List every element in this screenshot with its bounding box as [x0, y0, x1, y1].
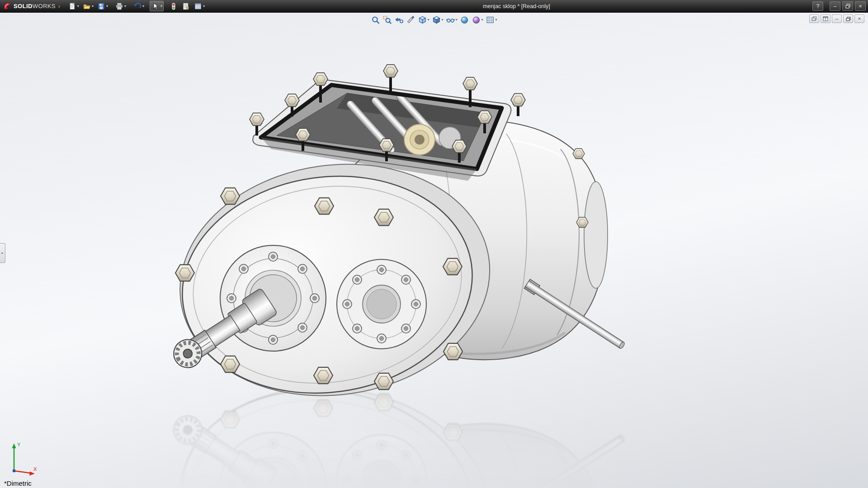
- restore-document-button[interactable]: [843, 14, 853, 23]
- gearbox-assembly-model[interactable]: [163, 65, 627, 415]
- panel-expand-arrow-icon: ▸: [2, 251, 4, 255]
- titlebar: SOLIDWORKS › ▾ ▾: [0, 0, 868, 13]
- featuremanager-collapsed-tab[interactable]: ▸: [0, 243, 5, 263]
- model-reflection: [163, 368, 627, 488]
- view-orientation-label: *Dimetric: [4, 479, 32, 487]
- menu-expand-arrow-icon[interactable]: ›: [58, 3, 60, 9]
- view-orientation-cube-icon: [418, 15, 427, 24]
- chevron-down-icon: ▾: [495, 18, 497, 22]
- edit-appearance-ball-icon: [460, 15, 469, 24]
- save-button[interactable]: ▾: [95, 1, 109, 11]
- minimize-button[interactable]: –: [830, 1, 840, 11]
- tile-windows-icon: [823, 16, 828, 21]
- solidworks-logo-icon: [3, 2, 11, 10]
- zoom-to-area-button[interactable]: [382, 15, 392, 25]
- view-settings-button[interactable]: ▾: [485, 15, 498, 25]
- chevron-down-icon: ▾: [77, 5, 79, 8]
- chevron-down-icon: ▾: [142, 5, 144, 8]
- rebuild-traffic-light-icon: [169, 2, 178, 11]
- restore-document-icon: [846, 17, 851, 21]
- close-button[interactable]: ×: [855, 1, 866, 11]
- window-controls: ? – ×: [812, 1, 866, 11]
- open-folder-icon: [82, 2, 91, 11]
- hide-show-items-button[interactable]: ▾: [445, 15, 458, 25]
- apply-scene-button[interactable]: ▾: [471, 15, 484, 25]
- file-properties-icon: [181, 2, 190, 11]
- section-view-icon: [406, 15, 415, 24]
- options-table-icon: [193, 2, 203, 11]
- zoom-to-area-icon: [382, 15, 392, 24]
- restore-button[interactable]: [842, 1, 853, 11]
- tile-windows-button[interactable]: [821, 14, 830, 23]
- print-icon: [115, 2, 124, 11]
- solidworks-brand: SOLIDWORKS: [0, 2, 57, 10]
- main-toolbar: ▾ ▾ ▾: [66, 1, 206, 11]
- brand-name: SOLIDWORKS: [14, 3, 56, 9]
- chevron-down-icon: ▾: [203, 5, 205, 8]
- select-cursor-icon: [151, 2, 160, 11]
- 3d-model-canvas[interactable]: [0, 0, 868, 488]
- select-tool-button[interactable]: ▾: [150, 1, 164, 11]
- brand-solid: SOLID: [14, 3, 33, 9]
- view-orientation-button[interactable]: ▾: [417, 15, 430, 25]
- triad-x-label: X: [33, 466, 37, 472]
- hide-show-items-glasses-icon: [446, 15, 455, 24]
- brand-works: WORKS: [33, 3, 56, 9]
- view-settings-icon: [486, 15, 495, 24]
- section-view-button[interactable]: [405, 15, 416, 25]
- new-document-icon: [68, 2, 77, 11]
- display-style-icon: [432, 15, 441, 24]
- save-icon: [97, 2, 106, 11]
- chevron-down-icon: ▾: [106, 5, 108, 8]
- minimize-document-button[interactable]: –: [832, 14, 842, 23]
- file-properties-button[interactable]: [180, 1, 192, 11]
- chevron-down-icon: ▾: [124, 5, 126, 8]
- edit-appearance-button[interactable]: [459, 15, 470, 25]
- display-style-button[interactable]: ▾: [431, 15, 444, 25]
- reference-triad: Y X: [7, 440, 41, 478]
- heads-up-view-toolbar: ▾ ▾ ▾: [370, 15, 498, 25]
- restore-icon: [845, 4, 850, 9]
- chevron-down-icon: ▾: [92, 5, 94, 8]
- new-document-button[interactable]: ▾: [66, 1, 80, 11]
- chevron-down-icon: ▾: [455, 18, 457, 22]
- previous-view-icon: [394, 15, 403, 24]
- solidworks-window: SOLIDWORKS › ▾ ▾: [0, 0, 868, 488]
- undo-icon: [133, 2, 142, 11]
- document-window-controls: – ×: [809, 14, 864, 23]
- cascade-windows-icon: [811, 16, 817, 21]
- cascade-windows-button[interactable]: [809, 14, 819, 23]
- chevron-down-icon: ▾: [427, 18, 429, 22]
- options-button[interactable]: ▾: [192, 1, 206, 11]
- chevron-down-icon: ▾: [441, 18, 443, 22]
- zoom-to-fit-icon: [371, 15, 380, 24]
- open-button[interactable]: ▾: [81, 1, 95, 11]
- triad-y-label: Y: [17, 442, 21, 447]
- close-document-button[interactable]: ×: [854, 14, 864, 23]
- window-title: menjac sklop * [Read-only]: [483, 3, 550, 9]
- help-button[interactable]: ?: [812, 1, 823, 11]
- chevron-down-icon: ▾: [481, 18, 483, 22]
- apply-scene-ball-icon: [472, 15, 481, 24]
- undo-button[interactable]: ▾: [132, 1, 146, 11]
- previous-view-button[interactable]: [393, 15, 404, 25]
- print-button[interactable]: ▾: [113, 1, 127, 11]
- zoom-to-fit-button[interactable]: [370, 15, 381, 25]
- chevron-down-icon: ▾: [160, 5, 162, 8]
- rebuild-button[interactable]: [168, 1, 179, 11]
